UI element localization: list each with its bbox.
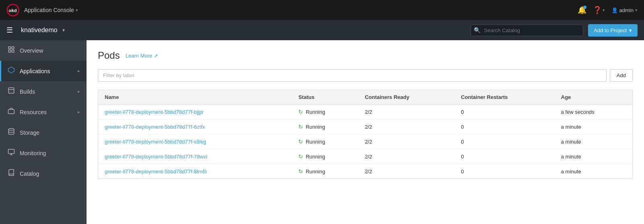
- pod-status-cell: ↻Running: [292, 149, 358, 164]
- notification-badge: [583, 6, 586, 9]
- running-icon: ↻: [298, 153, 303, 160]
- pod-name-cell: greeter-ll778-deployment-5bbd78d77f-8lm6…: [98, 164, 292, 179]
- containers-ready-cell: 2/2: [358, 134, 454, 149]
- admin-menu[interactable]: 👤 admin ▾: [611, 7, 638, 13]
- container-restarts-cell: 0: [454, 134, 555, 149]
- container-restarts-cell: 0: [454, 105, 555, 119]
- pod-name-link[interactable]: greeter-ll778-deployment-5bbd78d77f-6ztf…: [105, 124, 205, 130]
- sidebar-item-catalog[interactable]: Catalog: [0, 163, 87, 184]
- pod-name-link[interactable]: greeter-ll778-deployment-5bbd78d77f-78wx…: [105, 154, 207, 160]
- app-console-label[interactable]: Application Console ▾: [24, 7, 78, 13]
- resources-icon: [8, 107, 15, 117]
- container-restarts-cell: 0: [454, 164, 555, 179]
- add-to-project-button[interactable]: Add to Project ▾: [588, 24, 638, 37]
- col-status: Status: [292, 90, 358, 105]
- sidebar-item-resources[interactable]: Resources ▸: [0, 102, 87, 122]
- table-row: greeter-ll778-deployment-5bbd78d77f-78wx…: [98, 149, 633, 164]
- storage-icon: [8, 128, 15, 137]
- status-text: Running: [305, 124, 325, 130]
- filter-input[interactable]: [98, 69, 607, 82]
- pod-name-link[interactable]: greeter-ll778-deployment-5bbd78d77f-s8lk…: [105, 139, 206, 145]
- main-layout: Overview Applications ▸ Builds ▸ Resourc…: [0, 40, 644, 224]
- pod-name-cell: greeter-ll778-deployment-5bbd78d77f-s8lk…: [98, 134, 292, 149]
- sidebar-item-label: Storage: [20, 129, 80, 136]
- col-containers-ready: Containers Ready: [358, 90, 454, 105]
- containers-ready-cell: 2/2: [358, 105, 454, 119]
- pod-status-cell: ↻Running: [292, 164, 358, 179]
- filter-bar: Add: [98, 69, 633, 82]
- pod-status-cell: ↻Running: [292, 134, 358, 149]
- svg-rect-9: [8, 109, 14, 114]
- col-age: Age: [555, 90, 633, 105]
- container-restarts-cell: 0: [454, 149, 555, 164]
- running-icon: ↻: [298, 109, 303, 115]
- status-text: Running: [305, 139, 325, 145]
- running-icon: ↻: [298, 168, 303, 175]
- main-content: Pods Learn More ➚ Add Name Status Contai…: [87, 40, 644, 224]
- sidebar-item-monitoring[interactable]: Monitoring: [0, 143, 87, 163]
- sidebar-item-label: Applications: [20, 68, 73, 74]
- sidebar-item-label: Monitoring: [20, 150, 80, 156]
- top-nav: okd Application Console ▾ 🔔 ❓ ▾ 👤 admin …: [0, 0, 644, 20]
- okd-logo[interactable]: okd: [6, 4, 19, 16]
- monitoring-icon: [8, 148, 15, 158]
- builds-chevron: ▸: [78, 89, 80, 94]
- svg-rect-11: [8, 149, 14, 154]
- containers-ready-cell: 2/2: [358, 164, 454, 179]
- pod-name-cell: greeter-ll778-deployment-5bbd78d77f-bjjp…: [98, 105, 292, 119]
- age-cell: a minute: [555, 134, 633, 149]
- pod-status-cell: ↻Running: [292, 105, 358, 119]
- pod-name-link[interactable]: greeter-ll778-deployment-5bbd78d77f-bjjp…: [105, 109, 204, 115]
- applications-chevron: ▸: [78, 68, 80, 74]
- svg-rect-5: [12, 50, 14, 52]
- second-nav: ☰ knativedemo ▾ 🔍 Add to Project ▾: [0, 20, 644, 40]
- running-icon: ↻: [298, 138, 303, 145]
- sidebar-item-label: Overview: [20, 47, 80, 54]
- resources-chevron: ▸: [78, 109, 80, 115]
- search-catalog-input[interactable]: [471, 25, 583, 36]
- svg-rect-7: [8, 88, 14, 93]
- pod-name-cell: greeter-ll778-deployment-5bbd78d77f-78wx…: [98, 149, 292, 164]
- sidebar-item-overview[interactable]: Overview: [0, 40, 87, 61]
- pod-name-link[interactable]: greeter-ll778-deployment-5bbd78d77f-8lm6…: [105, 169, 207, 175]
- filter-add-button[interactable]: Add: [610, 69, 633, 82]
- sidebar: Overview Applications ▸ Builds ▸ Resourc…: [0, 40, 87, 224]
- status-text: Running: [305, 169, 325, 175]
- sidebar-item-label: Builds: [20, 88, 73, 95]
- col-container-restarts: Container Restarts: [454, 90, 555, 105]
- table-row: greeter-ll778-deployment-5bbd78d77f-8lm6…: [98, 164, 633, 179]
- help-icon[interactable]: ❓ ▾: [593, 6, 605, 14]
- project-chevron: ▾: [62, 27, 65, 33]
- applications-icon: [8, 66, 15, 76]
- pod-name-cell: greeter-ll778-deployment-5bbd78d77f-6ztf…: [98, 119, 292, 134]
- sidebar-item-builds[interactable]: Builds ▸: [0, 81, 87, 102]
- bell-icon[interactable]: 🔔: [578, 6, 586, 14]
- pod-status-cell: ↻Running: [292, 119, 358, 134]
- age-cell: a minute: [555, 119, 633, 134]
- age-cell: a few seconds: [555, 105, 633, 119]
- catalog-icon: [8, 169, 15, 178]
- container-restarts-cell: 0: [454, 119, 555, 134]
- project-name[interactable]: knativedemo: [21, 27, 58, 34]
- page-title: Pods: [98, 50, 120, 61]
- svg-rect-2: [8, 47, 10, 49]
- hamburger-menu[interactable]: ☰: [6, 26, 13, 35]
- pods-table: Name Status Containers Ready Container R…: [98, 90, 633, 179]
- table-row: greeter-ll778-deployment-5bbd78d77f-s8lk…: [98, 134, 633, 149]
- learn-more-link[interactable]: Learn More ➚: [126, 53, 158, 59]
- sidebar-item-storage[interactable]: Storage: [0, 122, 87, 143]
- svg-marker-6: [8, 67, 14, 73]
- containers-ready-cell: 2/2: [358, 149, 454, 164]
- sidebar-item-applications[interactable]: Applications ▸: [0, 61, 87, 81]
- svg-point-10: [8, 129, 14, 131]
- col-name: Name: [98, 90, 292, 105]
- search-catalog-container: 🔍: [471, 25, 583, 36]
- status-text: Running: [305, 109, 325, 115]
- sidebar-item-label: Catalog: [20, 171, 80, 177]
- top-nav-right: 🔔 ❓ ▾ 👤 admin ▾: [578, 6, 638, 14]
- status-text: Running: [305, 154, 325, 160]
- overview-icon: [8, 46, 15, 55]
- running-icon: ↻: [298, 123, 303, 130]
- age-cell: a minute: [555, 149, 633, 164]
- search-icon: 🔍: [474, 27, 481, 33]
